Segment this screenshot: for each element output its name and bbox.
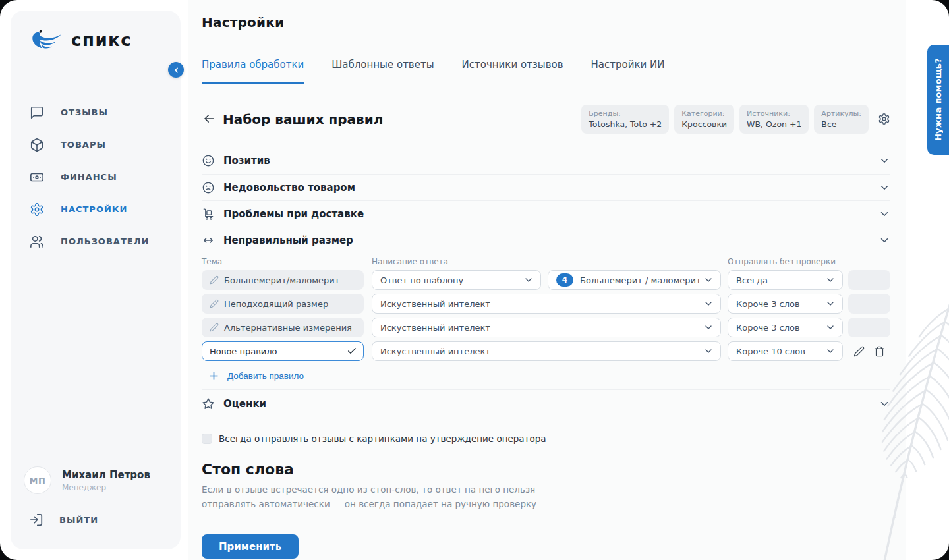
section-title: Оценки (223, 398, 266, 410)
filter-settings-button[interactable] (878, 113, 890, 126)
filters: Бренды: Totoshka, Toto +2 Категории: Кро… (581, 105, 890, 134)
selected-value: Искуственный интелект (380, 299, 490, 309)
tab-processing-rules[interactable]: Правила обработки (202, 45, 304, 84)
logout-button[interactable]: ВЫЙТИ (29, 513, 98, 527)
sidebar-item-label: ФИНАНСЫ (61, 172, 117, 182)
sidebar-item-reviews[interactable]: ОТЗЫВЫ (11, 96, 181, 128)
answer-mode-select[interactable]: Искуственный интелект (372, 341, 721, 361)
help-tab-label: Нужна помощь? (933, 58, 943, 141)
tab-ai-settings[interactable]: Настройки ИИ (591, 45, 665, 84)
operator-approval-checkbox[interactable] (202, 434, 212, 444)
sidebar-item-products[interactable]: ТОВАРЫ (11, 128, 181, 161)
users-icon (30, 235, 44, 249)
answer-mode-select[interactable]: Искуственный интелект (372, 294, 721, 314)
section-title: Проблемы при доставке (223, 208, 364, 220)
section-positive[interactable]: Позитив (202, 148, 890, 174)
answer-mode-select[interactable]: Искуственный интелект (372, 318, 721, 337)
gear-icon (30, 202, 44, 217)
tab-review-sources[interactable]: Источники отзывов (462, 45, 563, 84)
check-icon[interactable] (347, 346, 357, 356)
answer-mode-select[interactable]: Ответ по шаблону (372, 270, 541, 290)
column-topic: Тема (202, 257, 372, 266)
sidebar-collapse-button[interactable] (168, 62, 184, 78)
section-ratings[interactable]: Оценки (202, 390, 890, 418)
section-delivery-problems[interactable]: Проблемы при доставке (202, 200, 890, 227)
no-check-select[interactable]: Всегда (728, 270, 843, 290)
selected-value: Искуственный интелект (380, 323, 490, 333)
new-rule-input[interactable] (202, 341, 364, 361)
user-name: Михаил Петров (62, 469, 150, 481)
selected-value: Искуственный интелект (380, 347, 490, 356)
column-mode: Написание ответа (372, 257, 728, 266)
sidebar-item-users[interactable]: ПОЛЬЗОВАТЕЛИ (11, 225, 181, 258)
filter-value: Кроссовки (681, 119, 727, 129)
sidebar-item-settings[interactable]: НАСТРОЙКИ (11, 193, 181, 225)
add-rule-label: Добавить правило (227, 371, 304, 381)
add-rule-button[interactable]: Добавить правило (202, 369, 304, 383)
resize-horizontal-icon (202, 234, 215, 247)
tab-template-answers[interactable]: Шаблонные ответы (331, 45, 434, 84)
topic-label: Неподходящий размер (224, 299, 328, 309)
template-select[interactable]: 4 Большемерит / маломерит (548, 270, 721, 290)
chevron-down-icon[interactable] (878, 155, 890, 167)
chevron-down-icon[interactable] (878, 208, 890, 220)
chevron-down-icon[interactable] (878, 182, 890, 194)
filter-value: Totoshka, Toto +2 (589, 119, 662, 129)
filter-value: Все (821, 119, 861, 129)
topic-label: Большемерит/маломерит (224, 275, 339, 285)
trash-icon[interactable] (874, 346, 885, 357)
table-row: Неподходящий размер Искуственный интелек… (202, 294, 890, 314)
sidebar-item-finances[interactable]: ФИНАНСЫ (11, 161, 181, 193)
filter-brands[interactable]: Бренды: Totoshka, Toto +2 (581, 105, 669, 134)
avatar: МП (24, 466, 51, 494)
column-check: Отправлять без проверки (728, 257, 848, 266)
sidebar-item-label: НАСТРОЙКИ (61, 204, 127, 214)
star-icon (202, 397, 215, 410)
bird-logo-icon (30, 28, 65, 53)
section-product-dissatisfaction[interactable]: Недовольство товаром (202, 174, 890, 200)
topic-chip[interactable]: Неподходящий размер (202, 294, 364, 314)
pencil-icon (210, 299, 219, 308)
chevron-left-icon (172, 66, 181, 74)
chevron-down-icon[interactable] (878, 235, 890, 246)
ruleset-title: Набор ваших правил (223, 111, 383, 127)
no-check-select[interactable]: Короче 10 слов (728, 341, 843, 361)
selected-value: Короче 10 слов (736, 347, 805, 356)
filter-sources[interactable]: Источники: WB, Ozon +1 (739, 105, 809, 134)
package-icon (30, 138, 44, 152)
filter-value: WB, Ozon +1 (747, 119, 801, 129)
actions-placeholder (848, 318, 890, 337)
selected-value: Всегда (736, 275, 768, 285)
help-tab[interactable]: Нужна помощь? (927, 45, 949, 155)
user-block[interactable]: МП Михаил Петров Менеджер (24, 466, 150, 494)
logout-label: ВЫЙТИ (59, 515, 98, 525)
edit-pencil-icon[interactable] (853, 346, 865, 357)
topic-chip[interactable]: Большемерит/маломерит (202, 270, 364, 290)
section-wrong-size[interactable]: Неправильный размер (202, 227, 890, 253)
no-check-select[interactable]: Короче 3 слов (728, 318, 843, 337)
apply-button[interactable]: Применить (202, 534, 299, 559)
chevron-down-icon (825, 346, 836, 356)
logout-icon (29, 513, 43, 527)
filter-articles[interactable]: Артикулы: Все (814, 105, 869, 134)
back-button[interactable] (202, 112, 216, 126)
row-actions (848, 346, 890, 357)
no-check-select[interactable]: Короче 3 слов (728, 294, 843, 314)
section-title: Неправильный размер (223, 235, 353, 246)
selected-value: Короче 3 слов (736, 323, 800, 333)
actions-placeholder (848, 294, 890, 314)
pencil-icon (210, 275, 219, 285)
user-role: Менеджер (62, 483, 150, 492)
section-title: Недовольство товаром (223, 182, 355, 194)
selected-value: Ответ по шаблону (380, 275, 463, 285)
ruleset-header: Набор ваших правил Бренды: Totoshka, Tot… (202, 104, 890, 134)
chevron-down-icon[interactable] (878, 398, 890, 410)
logo-text: спикс (71, 30, 132, 50)
stop-words-title: Стоп слова (202, 461, 890, 478)
rule-sections: Позитив Недовольство товаром Проблемы пр… (202, 148, 890, 253)
filter-extra-link[interactable]: +1 (790, 119, 801, 129)
topic-chip[interactable]: Альтернативные измерения (202, 318, 364, 337)
chat-icon (30, 105, 44, 120)
table-row: Большемерит/маломерит Ответ по шаблону 4… (202, 270, 890, 290)
filter-categories[interactable]: Категории: Кроссовки (674, 105, 734, 134)
